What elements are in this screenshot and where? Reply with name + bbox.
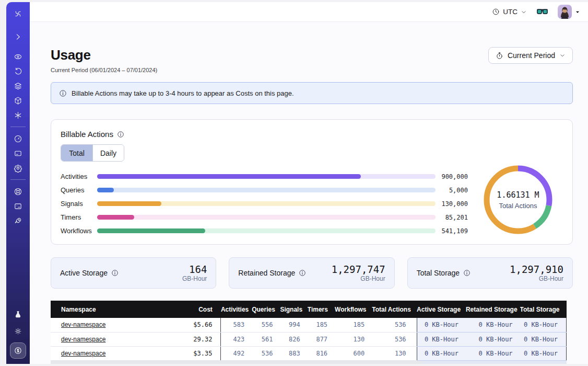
sun-icon[interactable] — [10, 324, 26, 338]
donut-center-value: 1.66131 M — [497, 190, 539, 200]
namespace-link[interactable]: dev-namespace — [61, 321, 105, 328]
sidebar-nav — [6, 2, 30, 364]
partial-next-row — [51, 361, 567, 364]
billable-actions-title: Billable Actions — [61, 130, 124, 139]
timezone-label: UTC — [503, 8, 518, 16]
sidebar-divider — [10, 179, 26, 180]
asterisk-icon[interactable] — [10, 108, 26, 122]
cell-total-actions: 536 — [372, 332, 417, 346]
info-icon[interactable] — [111, 269, 119, 277]
col-header-active-storage: Active Storage — [417, 301, 466, 318]
cell-total-storage: 0 KB-Hour — [520, 332, 567, 346]
cell-active-storage: 0 KB-Hour — [417, 346, 466, 360]
bar-label: Signals — [61, 200, 97, 208]
lifebuoy-icon[interactable] — [10, 184, 26, 199]
billable-bar-chart: Activities 900,000 Queries 5,000 Signals… — [61, 174, 468, 242]
rocket-icon[interactable] — [10, 213, 26, 228]
table-header-row: Namespace Cost Activities Queries Signal… — [51, 301, 567, 318]
storage-card-unit: GB-Hour — [510, 275, 563, 282]
col-header-total-actions: Total Actions — [372, 301, 417, 318]
period-dropdown-label: Current Period — [508, 51, 555, 60]
timezone-selector[interactable]: UTC — [492, 8, 527, 16]
bar-track — [97, 201, 436, 206]
gauge-icon[interactable] — [10, 131, 26, 146]
billing-card-icon[interactable] — [10, 146, 26, 161]
info-icon[interactable] — [463, 269, 471, 277]
bar-track — [97, 215, 436, 220]
terminal-icon[interactable] — [10, 199, 26, 213]
bar-row-activities: Activities 900,000 — [61, 174, 468, 179]
dollar-coin-icon-active[interactable] — [10, 342, 26, 359]
namespace-usage-table: Namespace Cost Activities Queries Signal… — [51, 301, 567, 364]
expand-chevron-icon[interactable] — [10, 29, 26, 44]
layers-icon[interactable] — [10, 78, 26, 93]
donut-center-label: Total Actions — [499, 202, 537, 210]
cube-icon[interactable] — [10, 93, 26, 108]
cell-signals: 883 — [280, 346, 307, 360]
temporal-logo-icon[interactable] — [10, 6, 26, 21]
table-row: dev-namespace $5.66 583 556 994 185 185 … — [51, 318, 567, 332]
bar-row-timers: Timers 85,201 — [61, 215, 468, 220]
bar-track — [97, 188, 436, 192]
cell-queries: 556 — [252, 318, 280, 332]
cell-timers: 185 — [308, 318, 335, 332]
bar-value: 541,109 — [438, 227, 468, 235]
eye-icon[interactable] — [10, 49, 26, 64]
cell-signals: 826 — [280, 332, 307, 346]
col-header-namespace: Namespace — [51, 301, 169, 318]
cell-timers: 816 — [308, 346, 335, 360]
cell-queries: 561 — [252, 332, 280, 346]
col-header-activities: Activities — [221, 301, 252, 318]
info-icon[interactable] — [299, 269, 306, 277]
table-row: dev-namespace 29.32 423 561 826 877 130 … — [51, 332, 567, 346]
namespace-link[interactable]: dev-namespace — [61, 350, 105, 357]
chevron-down-icon — [574, 9, 581, 15]
storage-card-value: 1,297,910 — [510, 264, 563, 275]
cell-cost: $3.35 — [169, 346, 221, 360]
bar-value: 5,000 — [438, 187, 468, 194]
bar-row-queries: Queries 5,000 — [61, 188, 468, 192]
cell-timers: 877 — [308, 332, 335, 346]
flask-icon[interactable] — [10, 307, 26, 322]
retained-storage-card: Retained Storage 1,297,747 GB-Hour — [229, 257, 394, 289]
tab-total[interactable]: Total — [61, 145, 92, 161]
glasses-icon[interactable] — [536, 7, 548, 16]
col-header-retained-storage: Retained Storage — [466, 301, 520, 318]
bar-track — [97, 228, 436, 233]
namespace-link[interactable]: dev-namespace — [61, 336, 105, 343]
history-icon[interactable] — [10, 64, 26, 78]
topbar: UTC — [30, 2, 588, 22]
chevron-down-icon — [559, 52, 566, 59]
storage-card-unit: GB-Hour — [182, 275, 207, 282]
sidebar-divider — [10, 127, 26, 127]
cell-total-actions: 536 — [372, 318, 417, 332]
cell-activities: 492 — [221, 346, 252, 360]
storage-cards: Active Storage 164 GB-Hour Retained Stor… — [51, 257, 573, 289]
storage-card-unit: GB-Hour — [332, 275, 385, 282]
total-storage-card: Total Storage 1,297,910 GB-Hour — [407, 257, 573, 289]
info-icon — [59, 89, 67, 97]
stopwatch-icon — [496, 52, 503, 60]
col-header-signals: Signals — [280, 301, 307, 318]
bar-label: Activities — [61, 173, 97, 180]
billable-actions-card: Billable Actions Total Daily Activities … — [51, 119, 573, 245]
total-daily-toggle: Total Daily — [61, 144, 124, 162]
cell-queries: 536 — [252, 346, 280, 360]
period-dropdown-button[interactable]: Current Period — [488, 47, 573, 64]
info-icon[interactable] — [117, 131, 124, 138]
gear-icon[interactable] — [10, 161, 26, 175]
cell-retained-storage: 0 KB-Hour — [466, 346, 520, 360]
page-content: Usage Current Period (06/01/2024 – 07/01… — [30, 22, 588, 364]
storage-card-value: 1,297,747 — [332, 264, 385, 275]
main-area: UTC Usage — [30, 2, 588, 364]
tab-daily[interactable]: Daily — [92, 145, 124, 161]
bar-label: Timers — [61, 213, 97, 221]
cell-cost: 29.32 — [169, 332, 221, 346]
user-menu[interactable] — [558, 5, 581, 19]
cell-active-storage: 0 KB-Hour — [417, 318, 466, 332]
bar-value: 85,201 — [438, 214, 468, 221]
cell-total-storage: 0 KB-Hour — [520, 318, 567, 332]
cell-activities: 423 — [221, 332, 252, 346]
cell-workflows: 600 — [335, 346, 372, 360]
avatar — [558, 5, 572, 19]
